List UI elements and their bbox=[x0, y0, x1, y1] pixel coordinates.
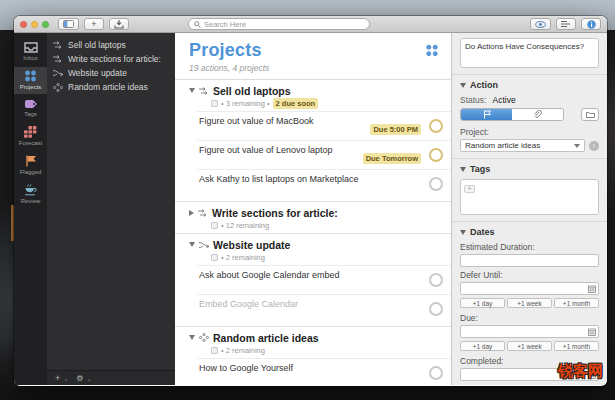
sidebar-item-flagged[interactable]: Flagged bbox=[14, 152, 47, 179]
calendar-icon[interactable] bbox=[588, 285, 596, 293]
sidebar-item-review[interactable]: Review bbox=[14, 181, 47, 208]
disclosure-triangle-icon[interactable] bbox=[189, 242, 195, 247]
attachment-toggle-button[interactable] bbox=[512, 109, 563, 120]
remaining-count: • 12 remaining bbox=[221, 221, 269, 230]
view-options-button[interactable] bbox=[556, 18, 576, 30]
chevron-down-icon: ⌄ bbox=[63, 375, 68, 382]
project-list-sidebar: Sell old laptops Write sections for arti… bbox=[47, 33, 175, 385]
project-group-title: Random article ideas bbox=[213, 332, 319, 344]
project-row-write-sections[interactable]: Write sections for article: bbox=[47, 52, 175, 66]
disclosure-triangle-icon[interactable] bbox=[189, 88, 195, 93]
sidebar-item-tags[interactable]: Tags bbox=[14, 96, 47, 121]
inspector-info-button[interactable] bbox=[581, 18, 601, 30]
settings-button[interactable]: ⚙ bbox=[76, 374, 83, 383]
single-actions-icon bbox=[53, 83, 63, 92]
search-icon bbox=[194, 21, 201, 28]
plus-one-day-button[interactable]: +1 day bbox=[460, 298, 505, 308]
project-group-header[interactable]: Write sections for article: bbox=[189, 206, 451, 219]
view-eye-button[interactable] bbox=[530, 18, 551, 30]
project-folder-button[interactable] bbox=[581, 108, 599, 121]
add-item-button[interactable]: + bbox=[84, 18, 104, 30]
added-label: Added: bbox=[460, 384, 485, 385]
go-to-project-button[interactable]: › bbox=[589, 141, 599, 151]
tags-field[interactable]: + bbox=[460, 179, 599, 215]
sidebar-bottom-bar: + ⌄ ⚙ ⌄ bbox=[47, 370, 175, 385]
sidebar-item-projects[interactable]: Projects bbox=[14, 67, 47, 94]
complete-checkbox[interactable] bbox=[429, 148, 443, 162]
forecast-grid-icon bbox=[24, 126, 37, 138]
due-badge: Due Tomorrow bbox=[363, 153, 421, 164]
sequential-project-icon bbox=[198, 209, 208, 217]
section-title: Dates bbox=[470, 227, 495, 237]
section-title: Action bbox=[470, 80, 498, 90]
project-group: Website update • 2 remaining Ask about G… bbox=[175, 233, 451, 323]
sidebar-toggle-button[interactable] bbox=[58, 18, 79, 30]
disclosure-triangle-icon[interactable] bbox=[460, 83, 466, 88]
sequential-project-icon bbox=[53, 41, 63, 49]
close-button[interactable] bbox=[20, 21, 27, 28]
project-dropdown-row: Random article ideas › bbox=[460, 139, 599, 152]
divider bbox=[452, 74, 607, 75]
complete-checkbox[interactable] bbox=[429, 366, 443, 380]
sequential-project-icon bbox=[199, 87, 209, 95]
omnifocus-window: + Search Here bbox=[14, 16, 607, 386]
project-row-website-update[interactable]: Website update bbox=[47, 66, 175, 80]
project-group: Write sections for article: • 12 remaini… bbox=[175, 201, 451, 230]
project-row-sell-old-laptops[interactable]: Sell old laptops bbox=[47, 38, 175, 52]
plus-one-month-button[interactable]: +1 month bbox=[554, 341, 599, 351]
page-title: Projects bbox=[189, 40, 269, 61]
project-row-label: Website update bbox=[68, 68, 127, 78]
task-row[interactable]: How to Google Yourself bbox=[197, 358, 451, 385]
dates-section-header[interactable]: Dates bbox=[460, 227, 599, 237]
sidebar-item-label: Projects bbox=[20, 84, 42, 90]
task-row[interactable]: Ask Kathy to list laptops on Marketplace bbox=[197, 169, 451, 198]
task-title-field[interactable]: Do Actions Have Consequences? bbox=[460, 38, 599, 68]
flag-toggle-button[interactable] bbox=[461, 109, 512, 120]
status-checkbox-icon bbox=[211, 347, 218, 354]
disclosure-triangle-icon[interactable] bbox=[460, 167, 466, 172]
zoom-button[interactable] bbox=[42, 21, 49, 28]
due-field[interactable] bbox=[460, 325, 599, 338]
task-row[interactable]: Ask about Google Calendar embed bbox=[197, 265, 451, 294]
minimize-button[interactable] bbox=[31, 21, 38, 28]
project-group-meta: • 3 remaining • 2 due soon bbox=[211, 98, 451, 108]
action-section-header[interactable]: Action bbox=[460, 80, 599, 90]
project-group-header[interactable]: Random article ideas bbox=[189, 331, 451, 344]
sidebar-item-forecast[interactable]: Forecast bbox=[14, 123, 47, 150]
plus-one-month-button[interactable]: +1 month bbox=[554, 298, 599, 308]
add-project-button[interactable]: + bbox=[55, 373, 60, 383]
task-row[interactable]: Figure out value of MacBook Due 5:00 PM bbox=[197, 111, 451, 140]
plus-one-week-button[interactable]: +1 week bbox=[507, 341, 552, 351]
sidebar-item-inbox[interactable]: Inbox bbox=[14, 39, 47, 65]
complete-checkbox[interactable] bbox=[429, 119, 443, 133]
project-group-meta: • 12 remaining bbox=[211, 220, 451, 230]
project-group-header[interactable]: Website update bbox=[189, 238, 451, 251]
plus-one-week-button[interactable]: +1 week bbox=[507, 298, 552, 308]
sync-button[interactable] bbox=[109, 18, 129, 30]
disclosure-triangle-icon[interactable] bbox=[189, 335, 195, 340]
search-input[interactable]: Search Here bbox=[188, 18, 370, 30]
add-tag-button[interactable]: + bbox=[464, 185, 475, 193]
complete-checkbox[interactable] bbox=[429, 177, 443, 191]
disclosure-triangle-icon[interactable] bbox=[189, 210, 194, 216]
sidebar-item-label: Forecast bbox=[19, 140, 42, 146]
sidebar-item-label: Inbox bbox=[23, 55, 38, 61]
complete-checkbox[interactable] bbox=[429, 302, 443, 316]
project-dropdown[interactable]: Random article ideas bbox=[460, 139, 585, 152]
task-row[interactable]: Embed Google Calendar bbox=[197, 294, 451, 323]
estimated-duration-field[interactable] bbox=[460, 254, 599, 267]
task-row[interactable]: Figure out value of Lenovo laptop Due To… bbox=[197, 140, 451, 169]
project-row-random-article-ideas[interactable]: Random article ideas bbox=[47, 80, 175, 94]
plus-one-day-button[interactable]: +1 day bbox=[460, 341, 505, 351]
complete-checkbox[interactable] bbox=[429, 273, 443, 287]
sidebar-item-label: Flagged bbox=[20, 169, 42, 175]
project-group-header[interactable]: Sell old laptops bbox=[189, 84, 451, 97]
window-body: Inbox Projects Tags bbox=[14, 33, 607, 385]
disclosure-triangle-icon[interactable] bbox=[460, 230, 466, 235]
defer-until-field[interactable] bbox=[460, 282, 599, 295]
tags-section-header[interactable]: Tags bbox=[460, 164, 599, 174]
project-row-label: Write sections for article: bbox=[68, 54, 161, 64]
project-list: Sell old laptops Write sections for arti… bbox=[47, 33, 175, 94]
calendar-icon[interactable] bbox=[588, 328, 596, 336]
project-group-title: Website update bbox=[213, 239, 290, 251]
